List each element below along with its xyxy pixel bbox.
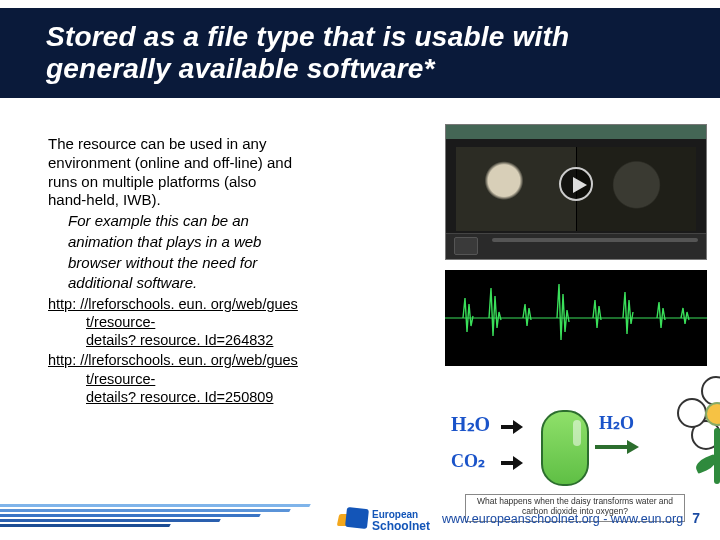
molecule-co2: CO₂ (451, 450, 485, 472)
body-line: runs on multiple platforms (also (48, 173, 428, 192)
schoolnet-logo-icon (338, 508, 368, 534)
example-line: browser without the need for (48, 254, 428, 273)
title-band: Stored as a file type that is usable wit… (0, 8, 720, 98)
slide-title: Stored as a file type that is usable wit… (46, 21, 674, 85)
molecule-h2o: H₂O (451, 412, 490, 436)
footer-stripes-icon (0, 502, 330, 528)
resource-link-1[interactable]: http: //lreforschools. eun. org/web/gues… (48, 295, 428, 349)
body-line: hand-held, IWB). (48, 191, 428, 210)
resource-link-2[interactable]: http: //lreforschools. eun. org/web/gues… (48, 351, 428, 405)
arrow-in-icon (501, 456, 525, 470)
logo-text-line2: Schoolnet (372, 520, 430, 532)
arrow-in-icon (501, 420, 525, 434)
molecule-h2o: H₂O (599, 412, 634, 434)
body-line: The resource can be used in any (48, 135, 428, 154)
link-text: t/resource- (48, 313, 428, 331)
image-column: H₂O CO₂ H₂O What happens when the daisy … (445, 124, 705, 524)
link-text: http: //lreforschools. eun. org/web/gues (48, 352, 298, 368)
footer-url: www.europeanschoolnet.org - www.eun.org (442, 512, 683, 526)
page-number: 7 (692, 510, 700, 526)
arrow-out-icon (595, 440, 641, 454)
link-text: details? resource. Id=250809 (48, 388, 428, 406)
video-thumbnail[interactable] (445, 124, 707, 260)
link-text: details? resource. Id=264832 (48, 331, 428, 349)
cell-icon (541, 410, 589, 486)
play-button-icon[interactable] (454, 237, 478, 255)
body-line: environment (online and off-line) and (48, 154, 428, 173)
link-text: t/resource- (48, 370, 428, 388)
video-controls[interactable] (446, 233, 706, 259)
link-text: http: //lreforschools. eun. org/web/gues (48, 296, 298, 312)
video-topbar (446, 125, 706, 139)
example-line: For example this can be an (48, 212, 428, 231)
footer-logo: European Schoolnet (338, 508, 430, 534)
slide: Stored as a file type that is usable wit… (0, 0, 720, 540)
slide-footer: European Schoolnet www.europeanschoolnet… (0, 492, 720, 540)
example-line: animation that plays in a web (48, 233, 428, 252)
example-line: additional software. (48, 274, 428, 293)
body-text: The resource can be used in any environm… (48, 135, 428, 406)
waveform-image (445, 270, 707, 366)
play-icon[interactable] (559, 167, 593, 201)
